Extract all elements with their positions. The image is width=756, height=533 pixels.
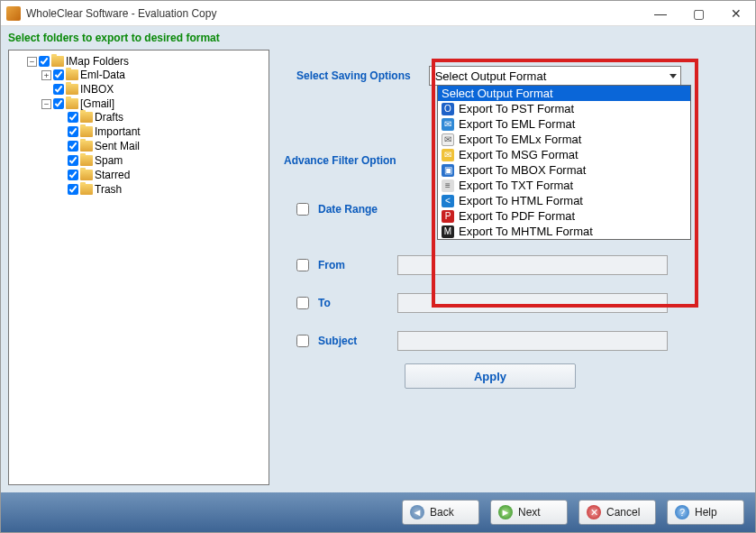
back-arrow-icon: ◄ <box>410 505 424 519</box>
next-arrow-icon: ► <box>498 505 513 519</box>
spacer <box>41 85 51 95</box>
tree-node-important[interactable]: Important <box>56 125 265 138</box>
dropdown-item-eml[interactable]: ✉ Export To EML Format <box>438 116 690 132</box>
main-row: − IMap Folders + Eml-Data <box>1 50 755 492</box>
subject-label: Subject <box>318 335 388 347</box>
next-button[interactable]: ► Next <box>490 500 568 525</box>
maximize-button[interactable]: ▢ <box>679 1 717 26</box>
msg-icon: ✉ <box>442 149 454 161</box>
emlx-icon: ✉ <box>442 133 454 146</box>
date-range-checkbox[interactable] <box>296 203 309 216</box>
folder-tree-panel[interactable]: − IMap Folders + Eml-Data <box>8 50 269 485</box>
subject-input[interactable] <box>397 331 668 351</box>
dropdown-item-label: Export To MHTML Format <box>459 225 593 238</box>
folder-icon <box>80 112 93 123</box>
checkbox-gmail[interactable] <box>53 98 64 109</box>
minimize-button[interactable]: — <box>642 1 679 26</box>
checkbox-root[interactable] <box>39 56 50 67</box>
dropdown-item-txt[interactable]: ≡ Export To TXT Format <box>438 178 690 193</box>
back-button[interactable]: ◄ Back <box>402 500 479 525</box>
folder-icon <box>80 184 93 195</box>
checkbox-eml-data[interactable] <box>53 69 64 80</box>
tree-node-eml-data[interactable]: + Eml-Data <box>41 69 265 81</box>
tree-node-spam[interactable]: Spam <box>56 154 265 167</box>
folder-icon <box>80 155 93 166</box>
collapse-icon[interactable]: − <box>41 99 51 109</box>
checkbox-drafts[interactable] <box>68 112 78 123</box>
checkbox-inbox[interactable] <box>53 84 64 95</box>
to-label: To <box>318 297 388 309</box>
checkbox-trash[interactable] <box>68 184 78 195</box>
collapse-icon[interactable]: − <box>27 57 37 67</box>
folder-icon <box>66 84 78 95</box>
txt-icon: ≡ <box>442 179 454 192</box>
tree-node-starred[interactable]: Starred <box>56 169 265 181</box>
tree-label: [Gmail] <box>80 97 114 110</box>
options-panel: Select Saving Options Select Output Form… <box>278 50 748 485</box>
date-range-row: Date Range <box>296 203 388 216</box>
eml-icon: ✉ <box>442 118 454 131</box>
dropdown-item-label: Export To MBOX Format <box>459 163 586 177</box>
pdf-icon: P <box>442 210 454 223</box>
help-label: Help <box>695 506 717 519</box>
expand-icon[interactable]: + <box>41 70 51 80</box>
help-question-icon: ? <box>675 505 689 519</box>
tree-node-trash[interactable]: Trash <box>56 183 265 196</box>
to-input[interactable] <box>397 293 668 313</box>
checkbox-spam[interactable] <box>68 155 78 166</box>
help-button[interactable]: ? Help <box>667 500 744 525</box>
footer-bar: ◄ Back ► Next ✕ Cancel ? Help <box>1 492 755 532</box>
dropdown-item-mhtml[interactable]: M Export To MHTML Format <box>438 224 690 239</box>
dropdown-item-html[interactable]: < Export To HTML Format <box>438 193 690 208</box>
output-format-select[interactable]: Select Output Format <box>429 66 681 86</box>
folder-icon <box>80 141 93 152</box>
instruction-text: Select folders to export to desired form… <box>1 26 755 50</box>
from-checkbox[interactable] <box>296 259 309 271</box>
folder-icon <box>51 56 64 67</box>
tree-node-drafts[interactable]: Drafts <box>56 111 265 124</box>
tree-node-root[interactable]: − IMap Folders <box>27 55 265 68</box>
html-icon: < <box>442 195 454 207</box>
tree-node-inbox[interactable]: INBOX <box>41 83 265 96</box>
cancel-label: Cancel <box>606 506 640 519</box>
app-window: WholeClear Software - Evaluation Copy — … <box>0 0 756 533</box>
dropdown-item-emlx[interactable]: ✉ Export To EMLx Format <box>438 132 690 147</box>
pst-icon: O <box>442 103 454 115</box>
checkbox-important[interactable] <box>68 126 78 137</box>
advance-filter-label: Advance Filter Option <box>284 154 396 167</box>
dropdown-item-msg[interactable]: ✉ Export To MSG Format <box>438 147 690 162</box>
dropdown-item-label: Export To PDF Format <box>459 209 575 223</box>
subject-checkbox[interactable] <box>296 335 309 347</box>
tree-label: Eml-Data <box>80 69 125 81</box>
dropdown-item-placeholder[interactable]: Select Output Format <box>438 86 690 101</box>
content-area: Select folders to export to desired form… <box>1 26 755 532</box>
saving-options-label: Select Saving Options <box>296 69 411 82</box>
to-checkbox[interactable] <box>296 297 309 309</box>
dropdown-item-label: Export To EMLx Format <box>459 133 581 146</box>
apply-button[interactable]: Apply <box>405 363 576 389</box>
output-format-dropdown[interactable]: Select Output Format O Export To PST For… <box>437 85 691 240</box>
dropdown-item-mbox[interactable]: ▣ Export To MBOX Format <box>438 162 690 178</box>
dropdown-item-label: Export To PST Format <box>459 102 574 115</box>
close-button[interactable]: ✕ <box>717 1 755 26</box>
folder-tree: − IMap Folders + Eml-Data <box>13 54 265 198</box>
from-input[interactable] <box>397 255 668 275</box>
next-label: Next <box>518 506 541 519</box>
tree-node-sent[interactable]: Sent Mail <box>56 140 265 152</box>
checkbox-sent[interactable] <box>68 141 78 152</box>
folder-icon <box>66 98 78 109</box>
dropdown-item-pdf[interactable]: P Export To PDF Format <box>438 208 690 224</box>
dropdown-item-label: Export To EML Format <box>459 117 575 131</box>
subject-row: Subject <box>296 331 668 351</box>
tree-node-gmail[interactable]: − [Gmail] <box>41 97 265 110</box>
mbox-icon: ▣ <box>442 164 454 177</box>
tree-label: Sent Mail <box>95 140 140 152</box>
cancel-button[interactable]: ✕ Cancel <box>578 500 656 525</box>
from-label: From <box>318 259 388 271</box>
dropdown-item-pst[interactable]: O Export To PST Format <box>438 101 690 116</box>
saving-options-row: Select Saving Options Select Output Form… <box>296 66 681 86</box>
app-icon <box>6 6 21 21</box>
checkbox-starred[interactable] <box>68 170 78 180</box>
dropdown-item-label: Export To HTML Format <box>459 194 583 207</box>
tree-label: Starred <box>95 169 130 181</box>
